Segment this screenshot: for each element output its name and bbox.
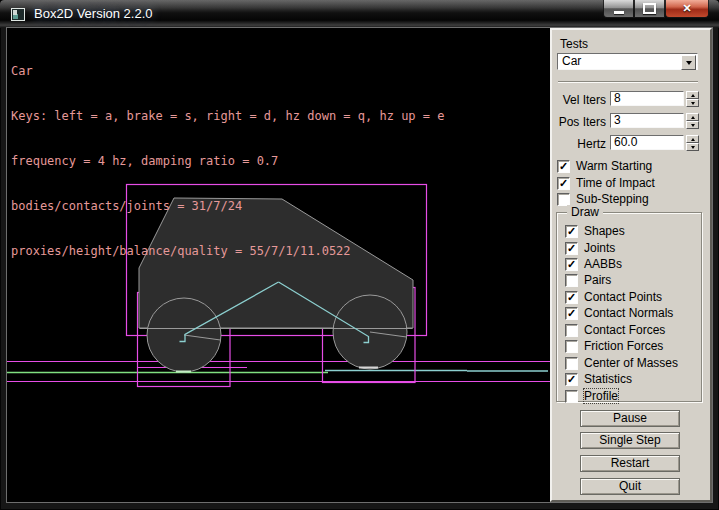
checkbox-icon[interactable]: ✓ bbox=[565, 291, 578, 304]
hud-line-keys: Keys: left = a, brake = s, right = d, hz… bbox=[11, 109, 444, 124]
checkbox-label: Time of Impact bbox=[576, 176, 655, 190]
checkbox-pairs[interactable]: Pairs bbox=[565, 273, 611, 287]
window-controls: ✕ bbox=[603, 0, 709, 18]
checkbox-statistics[interactable]: ✓ Statistics bbox=[565, 372, 632, 386]
vel-iters-spinner bbox=[686, 91, 699, 108]
checkbox-label: Friction Forces bbox=[584, 339, 663, 353]
checkbox-label: Pairs bbox=[584, 273, 611, 287]
hud-line-test-name: Car bbox=[11, 64, 444, 79]
hertz-spinner bbox=[686, 135, 699, 152]
checkbox-icon[interactable]: ✓ bbox=[565, 242, 578, 255]
control-panel: Tests Car Vel Iters 8 Pos Iters 3 Hertz … bbox=[550, 28, 712, 502]
checkbox-icon[interactable]: ✓ bbox=[565, 307, 578, 320]
checkbox-icon[interactable] bbox=[565, 274, 578, 287]
pos-iters-label: Pos Iters bbox=[552, 115, 606, 129]
checkbox-label: Joints bbox=[584, 241, 615, 255]
separator bbox=[558, 81, 698, 83]
physics-canvas[interactable]: Car Keys: left = a, brake = s, right = d… bbox=[7, 28, 550, 502]
single-step-button[interactable]: Single Step bbox=[580, 432, 680, 449]
close-icon: ✕ bbox=[682, 2, 691, 15]
vel-iters-down-button[interactable] bbox=[686, 99, 699, 107]
checkbox-icon[interactable]: ✓ bbox=[557, 177, 570, 190]
checkbox-label: Sub-Stepping bbox=[576, 192, 649, 206]
rear-contact-point bbox=[176, 371, 191, 373]
window-content: Car Keys: left = a, brake = s, right = d… bbox=[7, 28, 712, 502]
checkbox-icon[interactable] bbox=[557, 193, 570, 206]
minimize-icon bbox=[614, 11, 624, 14]
hertz-field[interactable]: 60.0 bbox=[610, 135, 684, 150]
checkbox-icon[interactable] bbox=[565, 357, 578, 370]
arrow-down-icon bbox=[691, 124, 695, 127]
checkbox-joints[interactable]: ✓ Joints bbox=[565, 241, 615, 255]
arrow-up-icon bbox=[691, 94, 695, 97]
hertz-down-button[interactable] bbox=[686, 143, 699, 151]
arrow-up-icon bbox=[691, 138, 695, 141]
tests-dropdown-button[interactable] bbox=[681, 55, 696, 70]
checkbox-icon[interactable]: ✓ bbox=[557, 160, 570, 173]
hud-line-proxies: proxies/height/balance/quality = 55/7/1/… bbox=[11, 244, 444, 259]
checkbox-icon[interactable]: ✓ bbox=[565, 258, 578, 271]
titlebar[interactable]: Box2D Version 2.2.0 ✕ bbox=[0, 0, 719, 28]
arrow-down-icon bbox=[691, 146, 695, 149]
checkbox-label: Shapes bbox=[584, 224, 625, 238]
hertz-label: Hertz bbox=[552, 137, 606, 151]
checkbox-label: Contact Forces bbox=[584, 323, 665, 337]
checkbox-warm-starting[interactable]: ✓ Warm Starting bbox=[557, 159, 652, 173]
vel-iters-label: Vel Iters bbox=[552, 93, 606, 107]
quit-button[interactable]: Quit bbox=[580, 478, 680, 495]
checkbox-contact-forces[interactable]: Contact Forces bbox=[565, 323, 665, 337]
vel-iters-field[interactable]: 8 bbox=[610, 91, 684, 106]
tests-dropdown[interactable]: Car bbox=[557, 53, 698, 70]
tests-dropdown-value: Car bbox=[562, 54, 581, 68]
checkbox-label: Warm Starting bbox=[576, 159, 652, 173]
hud-line-bodies: bodies/contacts/joints = 31/7/24 bbox=[11, 199, 444, 214]
checkbox-label: Contact Points bbox=[584, 290, 662, 304]
pos-iters-up-button[interactable] bbox=[686, 113, 699, 121]
checkbox-icon[interactable] bbox=[565, 390, 578, 403]
pause-button[interactable]: Pause bbox=[580, 410, 680, 427]
hud-text: Car Keys: left = a, brake = s, right = d… bbox=[11, 34, 444, 289]
checkbox-icon[interactable] bbox=[565, 340, 578, 353]
hertz-up-button[interactable] bbox=[686, 135, 699, 143]
checkbox-icon[interactable] bbox=[565, 324, 578, 337]
window-title: Box2D Version 2.2.0 bbox=[34, 6, 153, 21]
close-button[interactable]: ✕ bbox=[665, 0, 709, 18]
checkbox-center-of-masses[interactable]: Center of Masses bbox=[565, 356, 678, 370]
restart-button[interactable]: Restart bbox=[580, 455, 680, 472]
checkbox-contact-points[interactable]: ✓ Contact Points bbox=[565, 290, 662, 304]
checkbox-contact-normals[interactable]: ✓ Contact Normals bbox=[565, 306, 673, 320]
draw-groupbox: Draw ✓ Shapes ✓ Joints ✓ AABBs Pairs bbox=[556, 212, 702, 402]
pos-iters-spinner bbox=[686, 113, 699, 130]
pos-iters-down-button[interactable] bbox=[686, 121, 699, 129]
teeter-plank bbox=[325, 371, 548, 372]
vel-iters-up-button[interactable] bbox=[686, 91, 699, 99]
minimize-button[interactable] bbox=[603, 0, 634, 18]
checkbox-profile[interactable]: Profile bbox=[565, 389, 618, 403]
maximize-button[interactable] bbox=[634, 0, 665, 18]
checkbox-icon[interactable]: ✓ bbox=[565, 373, 578, 386]
checkbox-time-of-impact[interactable]: ✓ Time of Impact bbox=[557, 176, 655, 190]
checkbox-label: Profile bbox=[584, 389, 618, 403]
checkbox-shapes[interactable]: ✓ Shapes bbox=[565, 224, 625, 238]
checkbox-friction-forces[interactable]: Friction Forces bbox=[565, 339, 663, 353]
checkbox-label: AABBs bbox=[584, 257, 622, 271]
arrow-up-icon bbox=[691, 116, 695, 119]
app-icon bbox=[11, 8, 25, 21]
checkbox-icon[interactable]: ✓ bbox=[565, 225, 578, 238]
checkbox-label: Center of Masses bbox=[584, 356, 678, 370]
maximize-icon bbox=[643, 3, 656, 14]
checkbox-label: Contact Normals bbox=[584, 306, 673, 320]
pos-iters-field[interactable]: 3 bbox=[610, 113, 684, 128]
tests-label: Tests bbox=[560, 37, 588, 51]
draw-group-label: Draw bbox=[567, 205, 603, 219]
checkbox-sub-stepping[interactable]: Sub-Stepping bbox=[557, 192, 649, 206]
checkbox-aabbs[interactable]: ✓ AABBs bbox=[565, 257, 622, 271]
chevron-down-icon bbox=[686, 61, 692, 65]
hud-line-frequency: frequency = 4 hz, damping ratio = 0.7 bbox=[11, 154, 444, 169]
app-window: Box2D Version 2.2.0 ✕ bbox=[0, 0, 719, 510]
arrow-down-icon bbox=[691, 102, 695, 105]
checkbox-label: Statistics bbox=[584, 372, 632, 386]
front-contact-point bbox=[359, 367, 378, 369]
